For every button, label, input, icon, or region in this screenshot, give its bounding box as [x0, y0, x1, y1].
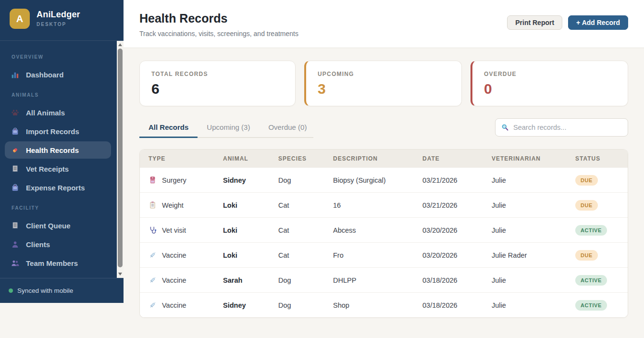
scrollbar-thumb[interactable]	[118, 49, 123, 267]
status-badge: DUE	[575, 250, 598, 261]
record-type: Vaccine	[162, 276, 186, 284]
record-species: Cat	[278, 226, 333, 234]
record-type: Vaccine	[162, 301, 186, 309]
record-veterinarian: Julie	[492, 176, 575, 184]
record-species: Dog	[278, 276, 333, 284]
table-row[interactable]: Weight Loki Cat 16 03/21/2026 Julie DUE	[140, 192, 628, 217]
record-description: Biopsy (Surgical)	[333, 176, 422, 184]
sidebar-scrollbar[interactable]	[117, 41, 124, 278]
record-date: 03/18/2026	[422, 276, 492, 284]
stat-label: TOTAL RECORDS	[151, 71, 284, 77]
table-row[interactable]: Vaccine Sidney Dog Shop 03/18/2026 Julie…	[140, 292, 628, 317]
sidebar-item-label: Import Records	[26, 127, 79, 136]
paw-icon	[11, 108, 19, 117]
sidebar-header: A AniLedger DESKTOP	[0, 0, 124, 41]
status-badge: DUE	[575, 200, 598, 211]
stethoscope-icon	[149, 226, 157, 234]
sidebar-item-all-animals[interactable]: All Animals	[5, 104, 111, 121]
sidebar-item-client-queue[interactable]: Client Queue	[5, 217, 111, 234]
record-type: Surgery	[162, 176, 186, 184]
record-animal: Loki	[223, 251, 278, 259]
search-box[interactable]	[495, 118, 628, 137]
table-row[interactable]: Surgery Sidney Dog Biopsy (Surgical) 03/…	[140, 167, 628, 192]
tab-all-records[interactable]: All Records	[139, 120, 198, 138]
page-title: Health Records	[139, 12, 298, 25]
sidebar-item-vet-receipts[interactable]: Vet Receipts	[5, 160, 111, 177]
column-header-description: DESCRIPTION	[333, 155, 422, 162]
syringe-icon	[149, 276, 157, 284]
record-animal: Loki	[223, 226, 278, 234]
sidebar-item-expense-reports[interactable]: Expense Reports	[5, 179, 111, 196]
sidebar-item-clients[interactable]: Clients	[5, 236, 111, 253]
print-report-button[interactable]: Print Report	[507, 15, 562, 30]
record-species: Cat	[278, 201, 333, 209]
pill-icon	[11, 146, 19, 154]
search-input[interactable]	[513, 124, 622, 131]
record-description: Shop	[333, 301, 422, 309]
stat-card-overdue: OVERDUE 0	[471, 61, 628, 106]
record-species: Dog	[278, 176, 333, 184]
record-date: 03/21/2026	[422, 201, 492, 209]
stat-value: 6	[151, 81, 284, 97]
sidebar-scroll-area: OVERVIEW Dashboard ANIMALS All Animals	[0, 41, 124, 278]
record-description: Abcess	[333, 226, 422, 234]
column-header-date: DATE	[422, 155, 492, 162]
expense-box-icon	[11, 183, 19, 192]
tab-upcoming[interactable]: Upcoming (3)	[198, 120, 259, 137]
sync-status-text: Synced with mobile	[17, 287, 73, 294]
record-veterinarian: Julie	[492, 201, 575, 209]
sidebar-item-team-members[interactable]: Team Members	[5, 254, 111, 272]
table-body: Surgery Sidney Dog Biopsy (Surgical) 03/…	[140, 167, 628, 317]
sidebar-section-overview: OVERVIEW	[0, 47, 117, 64]
record-animal: Sarah	[223, 276, 278, 284]
column-header-animal: ANIMAL	[223, 155, 278, 162]
record-animal: Sidney	[223, 301, 278, 309]
column-header-species: SPECIES	[278, 155, 333, 162]
column-header-veterinarian: VETERINARIAN	[492, 155, 575, 162]
table-header-row: TYPE ANIMAL SPECIES DESCRIPTION DATE VET…	[140, 150, 628, 167]
table-row[interactable]: Vaccine Sarah Dog DHLPP 03/18/2026 Julie…	[140, 267, 628, 292]
app-window: A AniLedger DESKTOP OVERVIEW Dashboard A…	[0, 0, 644, 338]
record-veterinarian: Julie Rader	[492, 251, 575, 259]
status-badge: ACTIVE	[575, 300, 607, 311]
page-header: Health Records Track vaccinations, visit…	[124, 0, 644, 48]
people-icon	[11, 259, 19, 267]
sidebar-item-label: Dashboard	[26, 71, 63, 79]
sidebar-item-label: Team Members	[26, 259, 78, 267]
record-date: 03/21/2026	[422, 176, 492, 184]
receipt-icon	[11, 164, 19, 173]
table-row[interactable]: Vaccine Loki Cat Fro 03/20/2026 Julie Ra…	[140, 242, 628, 267]
bar-chart-icon	[11, 70, 19, 79]
sync-status-dot	[9, 288, 13, 293]
record-animal: Loki	[223, 201, 278, 209]
sidebar-nav: OVERVIEW Dashboard ANIMALS All Animals	[0, 47, 124, 272]
record-species: Cat	[278, 251, 333, 259]
record-type: Weight	[162, 201, 184, 209]
app-edition: DESKTOP	[37, 22, 80, 27]
content-area: TOTAL RECORDS 6 UPCOMING 3 OVERDUE 0 All…	[124, 48, 644, 318]
sidebar-section-animals: ANIMALS	[0, 85, 117, 102]
scrollbar-down-arrow-icon[interactable]	[117, 271, 124, 277]
clipboard-icon	[149, 201, 157, 209]
status-badge: ACTIVE	[575, 225, 607, 236]
record-veterinarian: Julie	[492, 301, 575, 309]
receipt-icon	[11, 221, 19, 230]
record-description: 16	[333, 201, 422, 209]
stat-label: UPCOMING	[318, 71, 450, 77]
record-description: DHLPP	[333, 276, 422, 284]
sidebar-item-import-records[interactable]: Import Records	[5, 123, 111, 140]
scrollbar-up-arrow-icon[interactable]	[117, 41, 124, 48]
record-type: Vet visit	[162, 226, 186, 234]
stats-row: TOTAL RECORDS 6 UPCOMING 3 OVERDUE 0	[139, 61, 628, 106]
stat-value: 3	[318, 81, 450, 97]
search-icon	[501, 124, 509, 131]
sidebar-item-health-records[interactable]: Health Records	[5, 141, 111, 159]
add-record-button[interactable]: + Add Record	[568, 15, 628, 30]
stat-label: OVERDUE	[484, 71, 616, 77]
sidebar-item-dashboard[interactable]: Dashboard	[5, 66, 111, 83]
tab-overdue[interactable]: Overdue (0)	[259, 120, 316, 137]
record-description: Fro	[333, 251, 422, 259]
table-row[interactable]: Vet visit Loki Cat Abcess 03/20/2026 Jul…	[140, 217, 628, 242]
sidebar-item-label: Expense Reports	[26, 184, 85, 192]
main-content: Health Records Track vaccinations, visit…	[124, 0, 644, 338]
